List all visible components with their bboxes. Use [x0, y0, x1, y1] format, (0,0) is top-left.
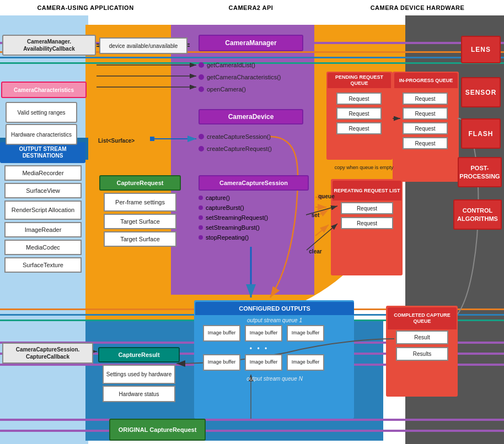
pending-request-2-label: Request: [348, 111, 369, 117]
camera-characteristics-box: CameraCharacteristics: [1, 82, 87, 98]
set-streaming-burst-row: setStreamingBurst(): [199, 223, 314, 232]
in-progress-request-3-label: Request: [415, 126, 435, 132]
image-buffer-2: Image buffer: [245, 325, 282, 342]
queue-label: queue: [315, 192, 337, 201]
result-2-box: Results: [396, 347, 448, 361]
camera-manager-label: CameraManager: [225, 39, 276, 47]
bullet-capture: [199, 196, 203, 200]
target-surface-2-box: Target Surface: [104, 231, 176, 247]
original-capture-request-box: ORIGINAL CaptureRequest: [109, 419, 206, 441]
sensor-label: SENSOR: [465, 89, 497, 96]
open-camera-row: openCamera(): [199, 84, 298, 95]
post-processing-box: POST- PROCESSING: [458, 157, 502, 187]
original-capture-request-label: ORIGINAL CaptureRequest: [119, 426, 197, 434]
configured-outputs-title: CONFIGURED OUTPUTS: [239, 305, 310, 312]
in-progress-queue-header: IN-PROGRESS QUEUE: [394, 73, 458, 88]
control-algorithms-label: CONTROL ALGORITHMS: [457, 207, 498, 223]
image-buffer-5-label: Image buffer: [250, 359, 277, 366]
image-buffer-3-label: Image buffer: [292, 330, 319, 337]
in-progress-request-1-label: Request: [415, 96, 435, 102]
target-surface-2-label: Target Surface: [120, 236, 160, 242]
result-1-label: Result: [414, 334, 430, 340]
image-buffer-1-label: Image buffer: [208, 330, 235, 337]
repeating-request-header: REPEATING REQUEST LIST: [333, 181, 401, 201]
image-buffer-6-label: Image buffer: [292, 359, 319, 366]
media-codec-label: MediaCodec: [26, 244, 60, 251]
capture-callback-label: CameraCaptureSession. CaptureCallback: [6, 346, 90, 360]
capture-row: capture(): [199, 193, 309, 203]
repeating-request-1-label: Request: [357, 205, 377, 212]
capture-result-box: CaptureResult: [98, 347, 180, 362]
availability-callback-label: CameraManager. AvailabilityCallback: [6, 38, 93, 52]
media-recorder-box: MediaRecorder: [4, 165, 82, 181]
flash-box: FLASH: [461, 118, 501, 149]
post-processing-label: POST- PROCESSING: [459, 164, 500, 180]
sensor-box: SENSOR: [461, 77, 501, 107]
in-progress-request-3: Request: [403, 122, 448, 134]
bullet-stop-repeating: [199, 235, 203, 240]
image-buffer-6: Image buffer: [287, 354, 324, 371]
pending-request-2: Request: [336, 107, 382, 120]
list-surface-row: List<Surface>: [98, 135, 153, 146]
capture-request-box: CaptureRequest: [99, 175, 181, 191]
camera-device-label: CameraDevice: [228, 113, 274, 121]
header-col1: CAMERA-USING APPLICATION: [0, 4, 171, 11]
render-script-label: RenderScript Allocation: [12, 206, 74, 214]
output-stream-queue-n-label: output stream queue N: [200, 375, 350, 382]
target-surface-1-box: Target Surface: [104, 214, 176, 229]
in-progress-queue-title: IN-PROGRESS QUEUE: [399, 78, 453, 84]
in-progress-request-2: Request: [403, 107, 448, 120]
set-streaming-burst-label: setStreamingBurst(): [206, 224, 260, 231]
bullet-set-streaming: [199, 215, 203, 220]
image-buffer-4: Image buffer: [203, 354, 240, 371]
surface-texture-label: SurfaceTexture: [23, 262, 63, 268]
per-frame-box: Per-frame settings: [104, 193, 176, 212]
bullet-create-session: [199, 134, 204, 139]
valid-settings-box: Valid setting ranges: [6, 102, 77, 123]
per-frame-label: Per-frame settings: [115, 198, 165, 206]
output-stream-title: OUTPUT STREAM DESTINATIONS: [0, 146, 85, 159]
capture-burst-row: captureBurst(): [199, 203, 309, 213]
stop-repeating-row: stopRepeating(): [199, 232, 314, 242]
capture-callback-box: CameraCaptureSession. CaptureCallback: [2, 343, 93, 364]
stop-repeating-label: stopRepeating(): [206, 234, 249, 241]
pending-queue-header: PENDING REQUEST QUEUE: [328, 73, 391, 88]
output-stream-queue-1-label: output stream queue 1: [200, 316, 350, 324]
bullet-create-request: [199, 146, 204, 151]
dots-label: • • •: [237, 345, 281, 353]
capture-burst-label: captureBurst(): [206, 204, 244, 211]
camera-manager-box: CameraManager: [199, 35, 303, 51]
in-progress-request-4-label: Request: [415, 140, 435, 147]
pending-queue-title: PENDING REQUEST QUEUE: [328, 74, 391, 86]
device-available-box: device available/unavailable: [99, 37, 187, 54]
in-progress-request-1: Request: [403, 93, 448, 105]
device-available-label: device available/unavailable: [109, 42, 178, 50]
create-session-label: createCaptureSession(): [207, 133, 271, 140]
get-characteristics-row: getCameraCharacteristics(): [199, 72, 325, 83]
hardware-status-box: Hardware status: [103, 386, 175, 402]
configured-outputs-header: CONFIGURED OUTPUTS: [195, 302, 354, 315]
get-camera-id-row: getCameraIdList(): [199, 59, 320, 71]
bullet-get-camera-id: [199, 62, 204, 68]
bullet-set-streaming-burst: [199, 225, 203, 230]
media-codec-box: MediaCodec: [4, 240, 82, 255]
capture-result-label: CaptureResult: [118, 351, 159, 358]
flash-label: FLASH: [469, 130, 494, 138]
camera-device-box: CameraDevice: [199, 109, 303, 124]
header-col3: CAMERA DEVICE HARDWARE: [331, 4, 504, 11]
surface-view-label: SurfaceView: [26, 187, 60, 194]
clear-label: clear: [304, 247, 326, 256]
control-algorithms-box: CONTROL ALGORITHMS: [453, 199, 502, 230]
repeating-request-2-label: Request: [357, 220, 377, 226]
bullet-get-characteristics: [199, 74, 204, 80]
render-script-box: RenderScript Allocation: [4, 201, 82, 220]
bullet-open-camera: [199, 86, 204, 92]
settings-used-box: Settings used by hardware: [103, 365, 175, 384]
list-surface-label: List<Surface>: [98, 138, 135, 144]
set-streaming-request-label: setStreamingRequest(): [206, 214, 268, 221]
pending-request-3: Request: [336, 122, 382, 134]
capture-label: capture(): [206, 194, 230, 201]
repeating-request-title: REPEATING REQUEST LIST: [334, 188, 400, 194]
hardware-chars-box: Hardware characteristics: [6, 124, 77, 145]
result-1-box: Result: [396, 331, 448, 344]
